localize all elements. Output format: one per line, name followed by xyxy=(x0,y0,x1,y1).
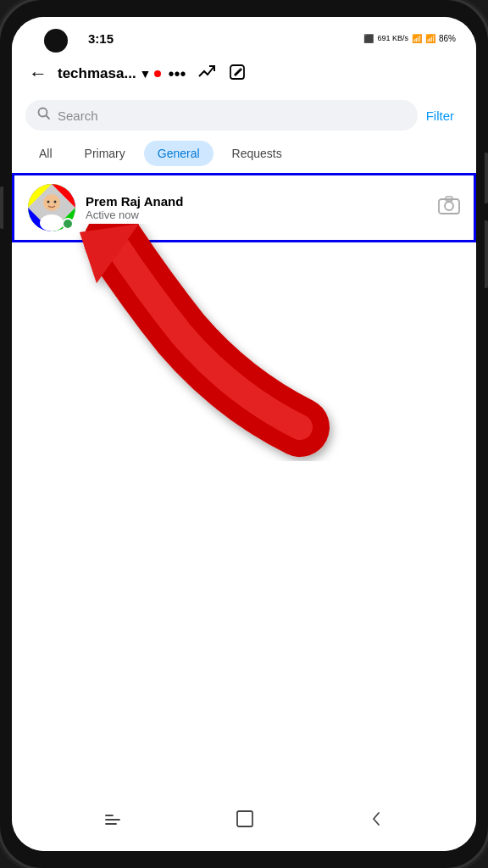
svg-point-4 xyxy=(43,194,60,211)
signal-icon: 📶 xyxy=(425,34,435,43)
nav-actions: ••• xyxy=(168,63,247,86)
message-list: Prem Raj Anand Active now xyxy=(12,173,476,798)
search-icon xyxy=(37,107,51,124)
annotation-arrow xyxy=(63,224,351,461)
svg-line-2 xyxy=(47,116,50,120)
notification-dot xyxy=(154,70,161,77)
status-icons: ⬛ 691 KB/s 📶 📶 86% xyxy=(363,34,456,43)
power-button-lower xyxy=(485,220,488,288)
search-input-wrapper[interactable]: Search xyxy=(25,100,418,131)
highlighted-message-wrapper: Prem Raj Anand Active now xyxy=(12,173,476,242)
status-bar: 3:15 ⬛ 691 KB/s 📶 📶 86% xyxy=(12,17,476,54)
data-speed-text: 691 KB/s xyxy=(377,34,408,42)
tab-general[interactable]: General xyxy=(144,141,214,166)
home-icon[interactable] xyxy=(103,809,123,834)
message-info: Prem Raj Anand Active now xyxy=(86,194,428,221)
phone-frame: 3:15 ⬛ 691 KB/s 📶 📶 86% ← techmasа... ▼ … xyxy=(0,0,488,868)
avatar-wrapper xyxy=(28,184,75,231)
svg-point-7 xyxy=(54,201,57,203)
volume-button xyxy=(0,186,3,229)
punch-hole xyxy=(44,29,68,53)
filter-button[interactable]: Filter xyxy=(418,105,463,126)
message-row[interactable]: Prem Raj Anand Active now xyxy=(14,175,474,240)
svg-rect-16 xyxy=(237,811,252,826)
contact-status: Active now xyxy=(86,209,428,221)
top-nav: ← techmasа... ▼ ••• xyxy=(12,54,476,93)
square-icon[interactable] xyxy=(236,810,254,833)
power-button xyxy=(485,153,488,203)
back-button[interactable]: ← xyxy=(25,59,51,88)
tab-all[interactable]: All xyxy=(25,141,66,166)
battery-text: 86% xyxy=(439,34,456,43)
tabs-row: All Primary General Requests xyxy=(12,137,476,173)
svg-point-9 xyxy=(445,202,453,210)
dropdown-icon[interactable]: ▼ xyxy=(140,67,152,81)
phone-screen: 3:15 ⬛ 691 KB/s 📶 📶 86% ← techmasа... ▼ … xyxy=(12,17,476,851)
nav-title: techmasа... xyxy=(58,65,136,82)
nav-title-row: techmasа... ▼ xyxy=(58,65,161,82)
active-status-dot xyxy=(62,218,74,230)
contact-name: Prem Raj Anand xyxy=(86,194,428,209)
edit-button[interactable] xyxy=(228,63,247,86)
status-time: 3:15 xyxy=(88,31,114,46)
svg-point-6 xyxy=(47,201,50,203)
search-bar: Search Filter xyxy=(12,93,476,137)
svg-point-5 xyxy=(40,214,64,231)
tab-requests[interactable]: Requests xyxy=(219,141,296,166)
data-speed-icon: ⬛ xyxy=(363,34,374,43)
trending-icon xyxy=(197,63,216,86)
camera-icon[interactable] xyxy=(438,194,460,221)
search-placeholder: Search xyxy=(58,108,98,123)
more-options-button[interactable]: ••• xyxy=(168,64,186,84)
tab-primary[interactable]: Primary xyxy=(71,141,139,166)
bottom-nav xyxy=(12,798,476,851)
wifi-icon: 📶 xyxy=(412,34,422,43)
back-icon[interactable] xyxy=(367,810,385,833)
